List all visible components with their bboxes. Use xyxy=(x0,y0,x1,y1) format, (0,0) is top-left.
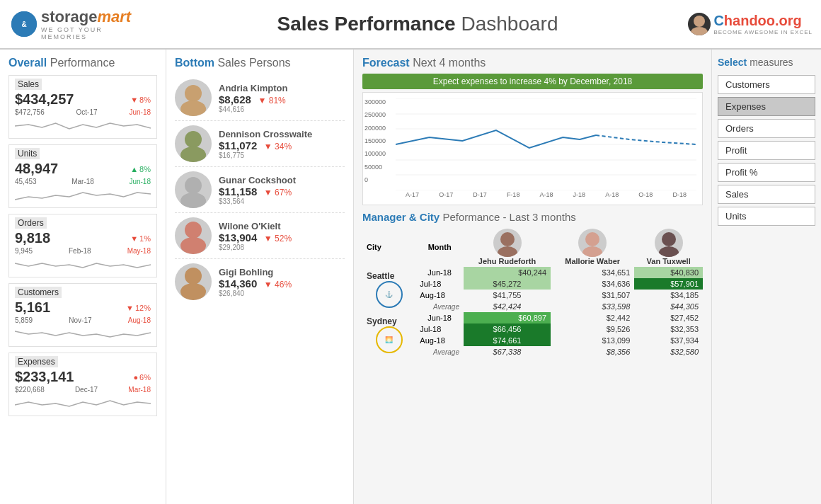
measure-btn-customers[interactable]: Customers xyxy=(718,75,815,94)
customers-label: Customers xyxy=(15,287,62,298)
measure-btn-orders[interactable]: Orders xyxy=(718,119,815,138)
col-city: City xyxy=(362,227,415,267)
city-label-sydney: Sydney 🌅 xyxy=(362,312,415,357)
salesperson-info: Andria Kimpton $8,628 ▼ 81% $44,616 xyxy=(219,83,345,113)
orders-label: Orders xyxy=(15,217,47,229)
svg-point-25 xyxy=(582,246,602,257)
svg-point-3 xyxy=(691,27,708,35)
forecast-banner: Expect expenses to increase 4% by Decemb… xyxy=(362,74,703,89)
logo-sub: WE GOT YOUR MEMORIES xyxy=(41,26,144,40)
measure-btn-sales[interactable]: Sales xyxy=(718,185,815,204)
manager-avatar-1 xyxy=(493,229,522,257)
svg-point-24 xyxy=(585,232,599,246)
city-label-seattle: Seattle ⚓ xyxy=(362,267,415,312)
chandoo-avatar xyxy=(688,13,711,35)
header-right: Chandoo.org BECOME AWESOME IN EXCEL xyxy=(679,13,821,35)
sales-value: $434,257 xyxy=(15,91,74,108)
expenses-value: $233,141 xyxy=(15,369,74,385)
table-row: Sydney 🌅 Jun-18 $60,897 $2,442 $27,452 xyxy=(362,312,703,323)
salesperson-avatar xyxy=(175,217,212,254)
svg-point-26 xyxy=(662,232,676,246)
middle-panel: Bottom Sales Persons Andria Kimpton $8,6… xyxy=(166,50,354,504)
customers-metric-card: Customers 5,161 ▼ 12% 5,859 Nov-17 Aug-1… xyxy=(8,283,157,347)
sydney-icon: 🌅 xyxy=(376,326,403,353)
salesperson-info: Gigi Bohling $14,360 ▼ 46% $26,840 xyxy=(219,267,345,297)
logo-text: storagemart xyxy=(41,8,144,26)
table-row: Seattle ⚓ Jun-18 $40,244 $34,651 $40,830 xyxy=(362,267,703,278)
orders-metric-card: Orders 9,818 ▼ 1% 9,945 Feb-18 May-18 xyxy=(8,214,157,277)
manager-title: Manager & City Peformance - Last 3 month… xyxy=(362,211,703,223)
chandoo-logo: Chandoo.org BECOME AWESOME IN EXCEL xyxy=(688,13,813,35)
select-panel: Select measures Customers Expenses Order… xyxy=(711,50,821,504)
expenses-label: Expenses xyxy=(15,356,58,367)
chart-svg xyxy=(396,98,696,190)
svg-point-5 xyxy=(180,101,206,116)
measure-btn-units[interactable]: Units xyxy=(718,207,815,226)
measure-btn-profit-pct[interactable]: Profit % xyxy=(718,163,815,182)
svg-point-22 xyxy=(500,232,515,246)
svg-point-2 xyxy=(694,16,705,27)
measure-btn-expenses[interactable]: Expenses xyxy=(718,97,815,116)
select-measures-title: Select measures xyxy=(718,57,815,68)
header: & storagemart WE GOT YOUR MEMORIES Sales… xyxy=(0,0,821,50)
manager-table: City Month Jehu Rudeforth Mallorie Waber xyxy=(362,227,703,357)
logo-area: & storagemart WE GOT YOUR MEMORIES xyxy=(0,2,156,46)
salesperson-info: Wilone O'Kielt $13,904 ▼ 52% $29,208 xyxy=(219,221,345,251)
customers-value: 5,161 xyxy=(15,299,50,316)
manager-avatar-3 xyxy=(655,229,683,257)
salesperson-info: Gunar Cockshoot $11,158 ▼ 67% $33,564 xyxy=(219,175,345,205)
seattle-icon: ⚓ xyxy=(376,281,403,308)
manager-avatar-col: Jehu Rudeforth xyxy=(464,227,551,267)
svg-point-7 xyxy=(180,147,206,162)
salesperson-item: Andria Kimpton $8,628 ▼ 81% $44,616 xyxy=(175,75,345,121)
right-main: Forecast Next 4 months Expect expenses t… xyxy=(354,50,711,504)
salesperson-avatar xyxy=(175,171,212,208)
bottom-sales-title: Bottom Sales Persons xyxy=(175,57,345,69)
overall-performance-title: Overall Performance xyxy=(8,57,157,69)
forecast-chart: 300000 250000 200000 150000 100000 50000… xyxy=(362,92,703,205)
salesperson-item: Gigi Bohling $14,360 ▼ 46% $26,840 xyxy=(175,259,345,304)
chart-y-labels: 300000 250000 200000 150000 100000 50000… xyxy=(364,98,389,183)
forecast-title: Forecast Next 4 months xyxy=(362,57,703,69)
expenses-metric-card: Expenses $233,141 ● 6% $220,668 Dec-17 M… xyxy=(8,353,157,416)
manager-avatar-2 xyxy=(578,229,607,257)
svg-point-10 xyxy=(185,222,202,239)
orders-change: ▼ 1% xyxy=(130,234,151,243)
salesperson-info: Dennison Crosswaite $11,072 ▼ 34% $16,77… xyxy=(219,129,345,159)
manager-avatar-col: Mallorie Waber xyxy=(551,227,634,267)
chart-x-labels: A-17 O-17 D-17 F-18 A-18 J-18 A-18 O-18 … xyxy=(396,191,696,198)
svg-point-23 xyxy=(498,246,517,257)
logo-icon: & xyxy=(11,11,37,37)
svg-point-14 xyxy=(180,283,206,300)
customers-change: ▼ 12% xyxy=(126,304,151,312)
svg-point-6 xyxy=(185,131,202,148)
units-label: Units xyxy=(15,148,40,159)
col-month: Month xyxy=(415,227,464,267)
sales-metric-card: Sales $434,257 ▼ 8% $472,756 Oct-17 Jun-… xyxy=(8,75,157,139)
manager-avatar-col: Van Tuxwell xyxy=(634,227,703,267)
svg-rect-12 xyxy=(182,240,205,248)
svg-point-9 xyxy=(180,193,206,208)
svg-point-4 xyxy=(185,85,202,102)
svg-point-8 xyxy=(185,177,202,194)
salesperson-item: Dennison Crosswaite $11,072 ▼ 34% $16,77… xyxy=(175,121,345,167)
salesperson-item: Wilone O'Kielt $13,904 ▼ 52% $29,208 xyxy=(175,213,345,259)
svg-point-13 xyxy=(185,268,202,285)
orders-value: 9,818 xyxy=(15,230,50,246)
salesperson-avatar xyxy=(175,263,212,300)
sales-label: Sales xyxy=(15,79,42,90)
salesperson-item: Gunar Cockshoot $11,158 ▼ 67% $33,564 xyxy=(175,167,345,213)
left-panel: Overall Performance Sales $434,257 ▼ 8% … xyxy=(0,50,166,504)
units-metric-card: Units 48,947 ▲ 8% 45,453 Mar-18 Jun-18 xyxy=(8,144,157,208)
svg-text:&: & xyxy=(21,21,26,28)
measure-btn-profit[interactable]: Profit xyxy=(718,141,815,160)
sales-change: ▼ 8% xyxy=(130,96,151,104)
units-change: ▲ 8% xyxy=(130,165,151,173)
svg-point-27 xyxy=(659,246,679,257)
main-content: Overall Performance Sales $434,257 ▼ 8% … xyxy=(0,50,821,504)
units-value: 48,947 xyxy=(15,161,58,177)
expenses-change: ● 6% xyxy=(133,373,151,382)
salesperson-avatar xyxy=(175,125,212,162)
page-title: Sales Performance Dashboard xyxy=(156,13,679,35)
salesperson-avatar xyxy=(175,79,212,116)
